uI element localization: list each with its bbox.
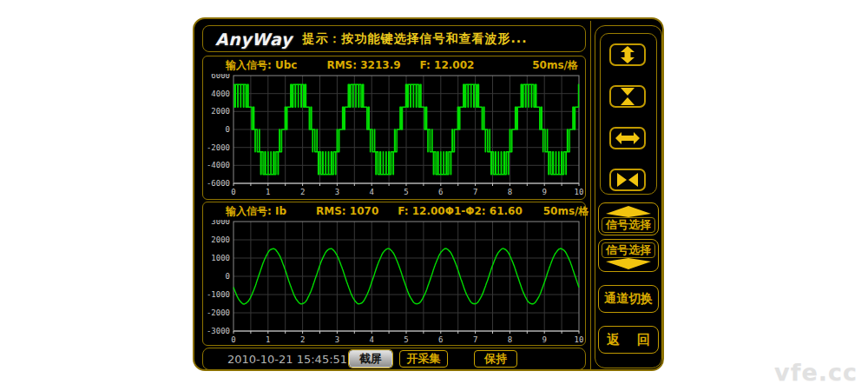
svg-text:5: 5 (404, 335, 408, 344)
hold-button[interactable]: 保持 (474, 350, 517, 368)
return-label-right: 回 (637, 332, 650, 348)
horizontal-compress-button[interactable] (609, 169, 646, 191)
horizontal-expand-icon (615, 129, 640, 147)
anyway-logo: AnyWay (215, 30, 293, 49)
svg-text:2000: 2000 (211, 107, 230, 116)
svg-text:7: 7 (473, 188, 477, 196)
svg-text:6: 6 (438, 188, 443, 196)
status-hint-text: 提示：按功能键选择信号和查看波形... (303, 31, 528, 47)
instrument-screen: AnyWay 提示：按功能键选择信号和查看波形... 输入信号: Ubc RMS… (193, 17, 664, 371)
zoom-button-group (600, 33, 657, 195)
svg-text:8: 8 (508, 335, 512, 344)
panel2-signal-label: 输入信号: Ib (226, 204, 286, 219)
svg-text:4: 4 (369, 188, 373, 196)
svg-text:0: 0 (231, 188, 235, 196)
down-diamond-icon (606, 258, 651, 269)
bottom-status-bar: 2010-10-21 15:45:51 截屏 开采集 保持 (202, 348, 586, 370)
svg-text:-1000: -1000 (207, 290, 230, 299)
panel2-rms-value: RMS: 1070 (316, 205, 378, 217)
svg-text:2000: 2000 (211, 235, 230, 244)
svg-text:9: 9 (542, 188, 546, 196)
vertical-expand-icon (615, 46, 640, 63)
return-button[interactable]: 返 回 (598, 326, 659, 354)
svg-text:0: 0 (226, 272, 230, 281)
header-bar: AnyWay 提示：按功能键选择信号和查看波形... (202, 25, 586, 52)
svg-text:9: 9 (542, 335, 546, 344)
channel-switch-button[interactable]: 通道切换 (598, 285, 659, 313)
svg-text:10: 10 (575, 335, 584, 344)
svg-text:1: 1 (266, 335, 270, 344)
waveform-chart-ib: 3000200010000-1000-2000-3000012345678910 (203, 220, 587, 347)
panel1-timebase: 50ms/格 (532, 58, 578, 73)
horizontal-compress-icon (615, 171, 640, 189)
panel2-frequency-value: F: 12.00 (398, 205, 444, 217)
svg-text:3: 3 (335, 188, 339, 196)
svg-text:6: 6 (438, 335, 443, 344)
vertical-compress-icon (615, 88, 640, 105)
up-diamond-icon (606, 206, 651, 217)
svg-text:2: 2 (300, 188, 305, 196)
svg-text:-4000: -4000 (207, 161, 230, 169)
svg-text:2: 2 (300, 335, 305, 344)
waveform-chart-ubc: 6000400020000-2000-4000-6000012345678910 (203, 74, 587, 199)
svg-text:6000: 6000 (211, 74, 230, 80)
svg-text:-3000: -3000 (207, 327, 230, 335)
panel1-signal-label: 输入信号: Ubc (226, 58, 297, 73)
svg-text:0: 0 (226, 125, 230, 134)
panel2-timebase: 50ms/格 (543, 204, 589, 219)
signal-select-down-button[interactable]: 信号选择 (598, 239, 659, 272)
svg-text:4: 4 (369, 335, 373, 344)
svg-text:3: 3 (335, 335, 339, 344)
panel1-info-row: 输入信号: Ubc RMS: 3213.9 F: 12.002 50ms/格 (203, 56, 585, 74)
svg-text:0: 0 (231, 335, 235, 344)
panel1-frequency-value: F: 12.002 (420, 59, 475, 71)
svg-text:3000: 3000 (211, 220, 230, 226)
start-acquisition-button[interactable]: 开采集 (399, 350, 448, 368)
svg-text:1: 1 (266, 188, 270, 196)
horizontal-expand-button[interactable] (609, 127, 646, 149)
panel1-rms-value: RMS: 3213.9 (326, 59, 400, 71)
signal-select-up-button[interactable]: 信号选择 (598, 202, 659, 235)
signal-select-up-label: 信号选择 (602, 217, 655, 233)
svg-text:-2000: -2000 (207, 143, 230, 152)
screenshot-button[interactable]: 截屏 (349, 350, 392, 368)
waveform-panel-ubc: 输入信号: Ubc RMS: 3213.9 F: 12.002 50ms/格 6… (202, 56, 586, 200)
timestamp: 2010-10-21 15:45:51 (227, 353, 347, 366)
vertical-expand-button[interactable] (609, 43, 646, 66)
svg-text:-6000: -6000 (207, 179, 230, 188)
vertical-divider (590, 21, 591, 369)
vertical-compress-button[interactable] (609, 85, 646, 108)
panel2-info-row: 输入信号: Ib RMS: 1070 F: 12.00 Φ1-Φ2: 61.60… (203, 202, 585, 220)
svg-text:10: 10 (575, 188, 584, 196)
side-button-column: 信号选择 信号选择 通道切换 返 回 (595, 25, 662, 368)
panel2-phase-value: Φ1-Φ2: 61.60 (445, 205, 523, 217)
watermark: vfe.cc (774, 359, 858, 386)
channel-switch-label: 通道切换 (604, 291, 653, 307)
signal-select-down-label: 信号选择 (602, 242, 655, 258)
svg-text:8: 8 (508, 188, 512, 196)
svg-text:1000: 1000 (211, 254, 230, 262)
svg-text:-2000: -2000 (207, 308, 230, 317)
svg-text:5: 5 (404, 188, 408, 196)
svg-text:4000: 4000 (211, 89, 230, 98)
svg-text:7: 7 (473, 335, 477, 344)
waveform-panel-ib: 输入信号: Ib RMS: 1070 F: 12.00 Φ1-Φ2: 61.60… (202, 202, 586, 346)
return-label-left: 返 (607, 332, 620, 348)
